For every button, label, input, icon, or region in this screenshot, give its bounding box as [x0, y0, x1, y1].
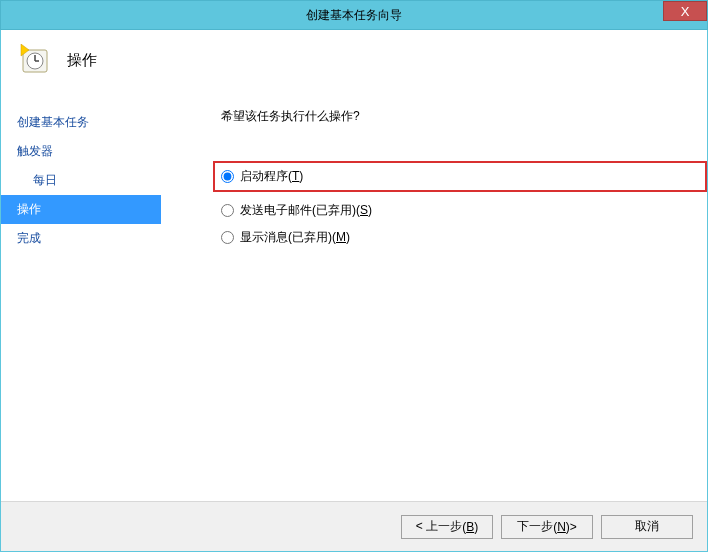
titlebar: 创建基本任务向导 X — [0, 0, 708, 30]
page-title: 操作 — [67, 51, 97, 70]
window-title: 创建基本任务向导 — [1, 7, 707, 24]
close-icon: X — [681, 4, 690, 19]
sidebar-item-finish[interactable]: 完成 — [1, 224, 161, 253]
close-button[interactable]: X — [663, 1, 707, 21]
task-scheduler-icon — [19, 44, 51, 76]
radio-send-email-label: 发送电子邮件(已弃用)(S) — [240, 202, 372, 219]
radio-show-message-label: 显示消息(已弃用)(M) — [240, 229, 350, 246]
content: 创建基本任务 触发器 每日 操作 完成 希望该任务执行什么操作? 启动程序(T)… — [1, 90, 707, 501]
sidebar-item-trigger[interactable]: 触发器 — [1, 137, 161, 166]
sidebar-item-create-task[interactable]: 创建基本任务 — [1, 108, 161, 137]
main-panel: 希望该任务执行什么操作? 启动程序(T) 发送电子邮件(已弃用)(S) 显示消息… — [161, 90, 707, 501]
cancel-button[interactable]: 取消 — [601, 515, 693, 539]
next-button[interactable]: 下一步(N) > — [501, 515, 593, 539]
back-button[interactable]: < 上一步(B) — [401, 515, 493, 539]
radio-start-program-input[interactable] — [221, 170, 234, 183]
radio-start-program[interactable]: 启动程序(T) — [221, 168, 303, 185]
radio-send-email-input[interactable] — [221, 204, 234, 217]
radio-send-email[interactable]: 发送电子邮件(已弃用)(S) — [221, 202, 707, 219]
wizard-footer: < 上一步(B) 下一步(N) > 取消 — [1, 501, 707, 551]
sidebar-item-action[interactable]: 操作 — [1, 195, 161, 224]
wizard-steps: 创建基本任务 触发器 每日 操作 完成 — [1, 90, 161, 501]
question-text: 希望该任务执行什么操作? — [221, 108, 707, 125]
sidebar-item-daily[interactable]: 每日 — [1, 166, 161, 195]
radio-show-message[interactable]: 显示消息(已弃用)(M) — [221, 229, 707, 246]
window-body: 操作 创建基本任务 触发器 每日 操作 完成 希望该任务执行什么操作? 启动程序… — [0, 30, 708, 552]
radio-start-program-label: 启动程序(T) — [240, 168, 303, 185]
action-options: 启动程序(T) 发送电子邮件(已弃用)(S) 显示消息(已弃用)(M) — [221, 161, 707, 246]
wizard-header: 操作 — [1, 30, 707, 90]
highlight-box: 启动程序(T) — [213, 161, 707, 192]
radio-show-message-input[interactable] — [221, 231, 234, 244]
